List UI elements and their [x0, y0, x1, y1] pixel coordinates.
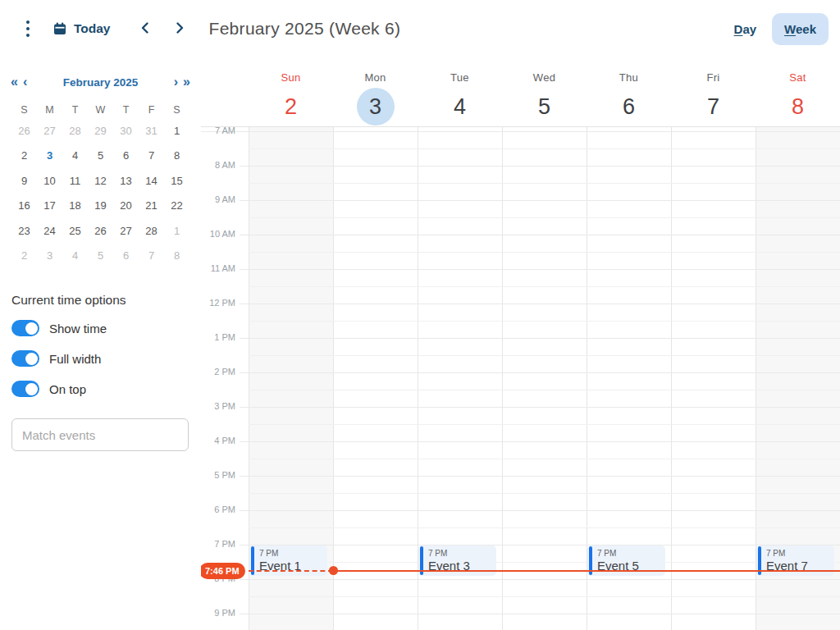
- time-label: 2 PM: [201, 367, 235, 377]
- mini-weekday-label: M: [37, 102, 62, 118]
- grid-hour-line: [240, 304, 840, 304]
- mini-day[interactable]: 15: [164, 168, 189, 194]
- today-button[interactable]: Today: [52, 21, 111, 36]
- mini-day[interactable]: 6: [113, 144, 139, 169]
- mini-day[interactable]: 17: [37, 194, 62, 219]
- time-label: 5 PM: [201, 470, 235, 480]
- mini-day[interactable]: 11: [62, 168, 88, 194]
- day-header-fri[interactable]: Fri7: [671, 57, 756, 126]
- current-time-pill: 7:46 PM: [201, 563, 245, 579]
- mini-day[interactable]: 8: [164, 244, 189, 269]
- mini-day[interactable]: 18: [62, 194, 88, 219]
- mini-day[interactable]: 23: [11, 218, 37, 244]
- mini-day[interactable]: 10: [37, 168, 62, 194]
- prev-month-button[interactable]: ‹: [21, 75, 30, 89]
- mini-day[interactable]: 26: [88, 218, 113, 244]
- mini-day[interactable]: 2: [11, 244, 37, 269]
- grid-half-hour-line: [249, 355, 840, 356]
- grid-hour-line: [240, 200, 840, 201]
- day-header-thu[interactable]: Thu6: [587, 57, 671, 126]
- toggle-switch[interactable]: [11, 350, 39, 367]
- day-number: 8: [779, 88, 817, 126]
- mini-day[interactable]: 30: [113, 118, 139, 144]
- mini-day[interactable]: 5: [88, 144, 113, 169]
- toggle-label: Show time: [49, 322, 107, 336]
- mini-day[interactable]: 29: [88, 118, 113, 144]
- day-header-sun[interactable]: Sun2: [249, 57, 333, 126]
- toggle-knob: [25, 383, 38, 395]
- mini-day[interactable]: 2: [11, 144, 37, 169]
- day-name: Tue: [450, 71, 469, 84]
- grid-half-hour-line: [249, 596, 840, 597]
- mini-day[interactable]: 1: [164, 118, 189, 144]
- current-time-options: Current time options Show timeFull width…: [0, 293, 201, 451]
- mini-day[interactable]: 27: [113, 218, 139, 244]
- toggle-group: Show timeFull widthOn top: [0, 318, 201, 399]
- mini-day[interactable]: 7: [139, 244, 164, 269]
- mini-day[interactable]: 12: [88, 168, 113, 194]
- day-column-wed[interactable]: [502, 127, 587, 630]
- mini-day[interactable]: 13: [113, 168, 139, 194]
- mini-day-selected[interactable]: 3: [37, 144, 62, 169]
- mini-day[interactable]: 21: [139, 194, 164, 219]
- mini-day[interactable]: 4: [62, 244, 88, 269]
- mini-day[interactable]: 6: [113, 244, 139, 269]
- toggle-switch[interactable]: [11, 381, 39, 397]
- mini-day[interactable]: 9: [11, 168, 37, 194]
- mini-day[interactable]: 3: [37, 244, 62, 269]
- mini-day[interactable]: 28: [62, 118, 88, 144]
- mini-day[interactable]: 22: [164, 194, 189, 219]
- mini-day[interactable]: 14: [139, 168, 164, 194]
- toggle-switch[interactable]: [11, 320, 39, 336]
- grid-hour-line: [240, 545, 840, 546]
- day-name: Sun: [281, 71, 300, 84]
- grid-half-hour-line: [249, 183, 840, 184]
- mini-day[interactable]: 26: [11, 118, 37, 144]
- grid-half-hour-line: [249, 562, 840, 563]
- topbar: Today February 2025 (Week 6) DayWeek: [0, 0, 840, 57]
- day-name: Wed: [533, 71, 555, 84]
- mini-day[interactable]: 4: [62, 144, 88, 169]
- time-label: 6 PM: [201, 504, 235, 514]
- grid-hour-line: [240, 269, 840, 270]
- mini-day[interactable]: 1: [164, 218, 189, 244]
- mini-day[interactable]: 25: [62, 218, 88, 244]
- grid-hour-line: [240, 235, 840, 235]
- prev-year-button[interactable]: «: [8, 75, 21, 89]
- grid-half-hour-line: [249, 286, 840, 287]
- day-header-mon[interactable]: Mon3: [333, 57, 418, 126]
- grid-half-hour-line: [249, 321, 840, 322]
- day-number: 5: [526, 88, 564, 126]
- mini-day[interactable]: 8: [164, 144, 189, 169]
- day-header-tue[interactable]: Tue4: [418, 57, 502, 126]
- mini-day[interactable]: 16: [11, 194, 37, 219]
- day-header-sat[interactable]: Sat8: [756, 57, 840, 126]
- view-day-button[interactable]: Day: [722, 13, 769, 45]
- mini-day[interactable]: 19: [88, 194, 113, 219]
- next-month-button[interactable]: ›: [171, 75, 180, 89]
- match-events-input[interactable]: [11, 418, 189, 451]
- mini-day[interactable]: 20: [113, 194, 139, 219]
- next-year-button[interactable]: »: [180, 75, 193, 89]
- options-heading: Current time options: [0, 293, 201, 308]
- mini-day[interactable]: 24: [37, 218, 62, 244]
- prev-week-button[interactable]: [135, 18, 155, 40]
- view-week-button[interactable]: Week: [772, 13, 829, 45]
- mini-day[interactable]: 27: [37, 118, 62, 144]
- mini-calendar-title[interactable]: February 2025: [30, 76, 171, 89]
- kebab-menu-button[interactable]: [21, 16, 34, 42]
- chevron-left-icon: [139, 21, 152, 34]
- mini-calendar-weekday-row: SMTWTFS: [0, 102, 201, 118]
- next-week-button[interactable]: [170, 18, 189, 40]
- mini-day[interactable]: 5: [88, 244, 113, 269]
- current-time-line-solid: [336, 570, 840, 572]
- day-name: Thu: [619, 71, 638, 84]
- day-header-wed[interactable]: Wed5: [502, 57, 587, 126]
- mini-day[interactable]: 31: [139, 118, 164, 144]
- grid-hour-line: [240, 441, 840, 442]
- mini-day[interactable]: 7: [139, 144, 164, 169]
- day-column-fri[interactable]: [671, 127, 756, 630]
- day-column-mon[interactable]: [333, 127, 418, 630]
- mini-day[interactable]: 28: [139, 218, 164, 244]
- grid-hour-line: [240, 338, 840, 339]
